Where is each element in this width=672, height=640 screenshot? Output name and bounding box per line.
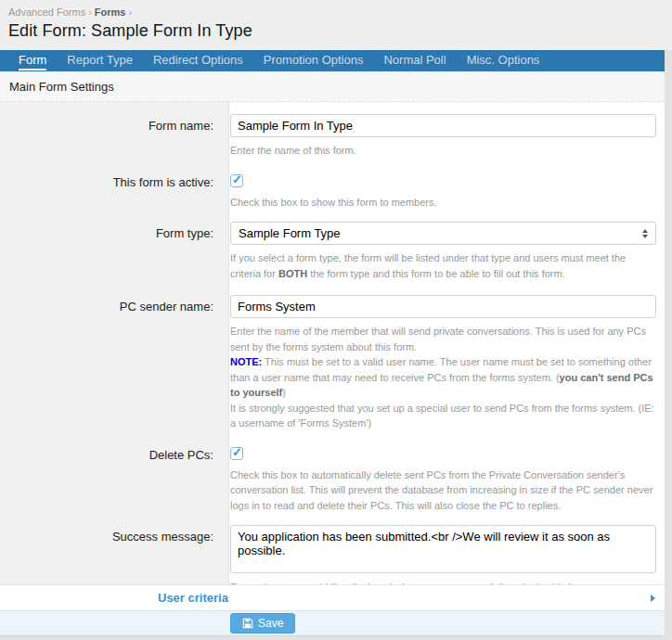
tab-redirect-options[interactable]: Redirect Options xyxy=(143,50,253,71)
tab-promotion-options[interactable]: Promotion Options xyxy=(253,50,374,71)
pc-sender-hint-line1: Enter the name of the member that will s… xyxy=(230,324,656,354)
tab-report-type[interactable]: Report Type xyxy=(57,50,143,71)
user-criteria-label: User criteria xyxy=(158,591,228,605)
pc-sender-row: PC sender name: Enter the name of the me… xyxy=(0,295,665,431)
delete-pcs-checkbox[interactable] xyxy=(230,447,243,460)
save-button-label: Save xyxy=(258,617,283,630)
success-message-hint: Enter what you would like displayed when… xyxy=(230,580,656,584)
user-criteria-toggle[interactable]: User criteria xyxy=(0,584,665,610)
tab-form[interactable]: Form xyxy=(8,50,57,71)
form-active-row: This form is active: Check this box to s… xyxy=(0,173,665,211)
pc-sender-hint: Enter the name of the member that will s… xyxy=(230,324,656,431)
save-floppy-icon xyxy=(242,618,253,629)
page-title: Edit Form: Sample Form In Type xyxy=(8,21,672,41)
form-type-label: Form type: xyxy=(0,222,223,281)
form-rows: Form name: Enter the name of this form. … xyxy=(0,102,665,584)
success-message-textarea[interactable]: You application has been submitted.<br /… xyxy=(230,525,656,573)
form-active-label: This form is active: xyxy=(0,173,223,211)
breadcrumb: Advanced Forms›Forms› xyxy=(8,6,672,18)
delete-pcs-hint: Check this box to automatically delete s… xyxy=(230,467,656,514)
select-stepper-icon xyxy=(642,229,648,238)
tab-normal-poll[interactable]: Normal Poll xyxy=(373,50,456,71)
form-type-select-value: Sample Form Type xyxy=(239,226,341,240)
breadcrumb-forms[interactable]: Forms xyxy=(95,6,126,18)
form-name-input[interactable] xyxy=(230,114,656,137)
breadcrumb-separator: › xyxy=(85,6,95,18)
tab-bar: Form Report Type Redirect Options Promot… xyxy=(0,50,665,71)
form-name-hint: Enter the name of this form. xyxy=(230,143,656,159)
form-active-hint: Check this box to show this form to memb… xyxy=(230,195,656,211)
form-type-select[interactable]: Sample Form Type xyxy=(230,222,656,245)
pc-sender-hint-note: NOTE: This must be set to a valid user n… xyxy=(230,354,656,401)
form-type-row: Form type: Sample Form Type If you selec… xyxy=(0,222,665,281)
pc-sender-input[interactable] xyxy=(230,295,656,318)
page-header: Advanced Forms›Forms› Edit Form: Sample … xyxy=(0,0,672,50)
save-button[interactable]: Save xyxy=(230,613,295,634)
form-panel: Main Form Settings Form name: Enter the … xyxy=(0,71,665,636)
form-name-row: Form name: Enter the name of this form. xyxy=(0,114,665,159)
breadcrumb-advanced-forms[interactable]: Advanced Forms xyxy=(8,6,85,18)
chevron-right-icon xyxy=(651,595,655,602)
admin-page: Advanced Forms›Forms› Edit Form: Sample … xyxy=(0,0,672,640)
tab-misc-options[interactable]: Misc. Options xyxy=(457,50,550,71)
success-message-label: Success message: xyxy=(0,525,223,584)
pc-sender-hint-line3: It is strongly suggested that you set up… xyxy=(230,401,656,431)
breadcrumb-separator: › xyxy=(125,6,135,18)
section-title: Main Form Settings xyxy=(0,71,665,102)
pc-sender-label: PC sender name: xyxy=(0,295,223,431)
form-type-hint: If you select a form type, the form will… xyxy=(230,250,656,281)
form-active-checkbox[interactable] xyxy=(230,174,243,187)
delete-pcs-row: Delete PCs: Check this box to automatica… xyxy=(0,445,665,514)
form-name-label: Form name: xyxy=(0,114,223,159)
success-message-row: Success message: You application has bee… xyxy=(0,525,665,584)
delete-pcs-label: Delete PCs: xyxy=(0,445,223,514)
save-bar: Save xyxy=(0,610,665,636)
